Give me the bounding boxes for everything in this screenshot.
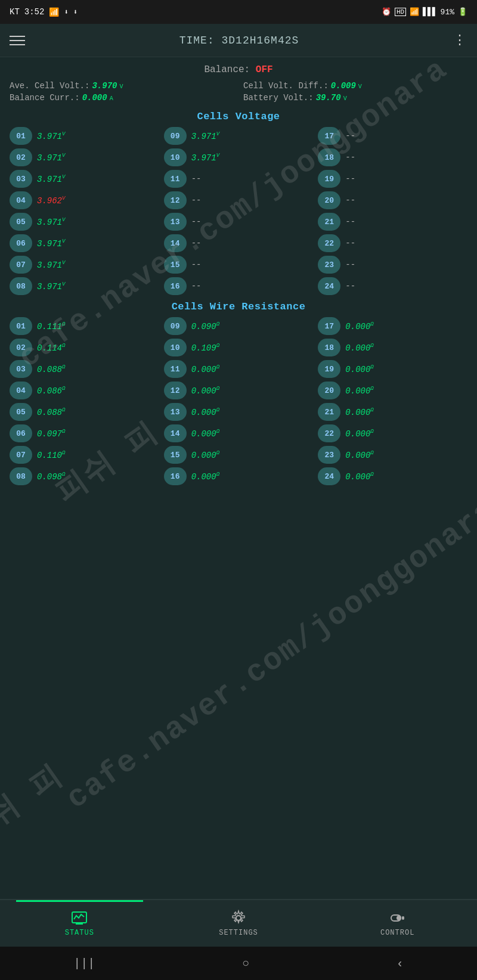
status-icon [71, 910, 88, 926]
cell-value: 0.110Ω [37, 450, 65, 460]
cell-voltage-item: 013.971V [10, 127, 159, 145]
cell-badge: 20 [318, 382, 340, 399]
cell-badge: 18 [318, 339, 340, 356]
battery-volt-label: Battery Volt.: [243, 93, 314, 103]
recent-apps-button[interactable]: ||| [73, 957, 95, 970]
cells-voltage-grid: 013.971V093.971V17--023.971V103.971V18--… [10, 127, 467, 295]
nav-settings[interactable]: SETTINGS [159, 900, 318, 947]
cell-voltage-item: 17-- [318, 127, 467, 145]
signal-bars-icon: ▋▋▋ [423, 7, 436, 17]
cell-voltage-item: 073.971V [10, 256, 159, 274]
cell-value: 0.088Ω [37, 407, 65, 417]
cell-voltage-item: 18-- [318, 148, 467, 166]
ave-cell-volt-item: Ave. Cell Volt.: 3.970V [10, 81, 234, 91]
cell-voltage-item: 19-- [318, 170, 467, 188]
ave-cell-volt-value: 3.970 [92, 81, 117, 91]
cell-resistance-item: 130.000Ω [164, 403, 314, 421]
cell-badge: 16 [164, 277, 187, 295]
cell-badge: 15 [164, 256, 187, 274]
cell-badge: 17 [318, 127, 340, 145]
cell-voltage-item: 16-- [164, 277, 314, 295]
cell-value: 3.971V [37, 260, 65, 270]
settings-label: SETTINGS [219, 929, 258, 937]
cell-badge: 02 [10, 148, 32, 166]
cell-voltage-item: 22-- [318, 234, 467, 252]
cell-badge: 19 [318, 170, 340, 188]
cell-value: 0.111Ω [37, 321, 65, 331]
cell-badge: 09 [164, 127, 187, 145]
cell-resistance-item: 110.000Ω [164, 360, 314, 378]
cell-volt-diff-value: 0.009 [331, 81, 356, 91]
cell-value: 3.971V [37, 153, 65, 163]
cell-badge: 13 [164, 403, 187, 421]
cell-value: -- [345, 260, 355, 269]
download2-icon: ⬇ [73, 8, 78, 17]
settings-icon [230, 910, 247, 926]
cell-badge: 03 [10, 170, 32, 188]
battery-volt-unit: V [343, 95, 347, 102]
nav-control[interactable]: CONTROL [318, 900, 477, 947]
back-button[interactable]: ‹ [397, 957, 404, 970]
status-bar: KT 3:52 📶 ⬇ ⬇ ⏰ HD 📶 ▋▋▋ 91% 🔋 [0, 0, 477, 24]
status-bar-left: KT 3:52 📶 ⬇ ⬇ [10, 7, 78, 17]
cell-badge: 20 [318, 191, 340, 209]
cell-badge: 01 [10, 127, 32, 145]
cell-badge: 05 [10, 213, 32, 231]
cell-voltage-item: 103.971V [164, 148, 314, 166]
cell-resistance-item: 150.000Ω [164, 446, 314, 464]
home-button[interactable]: ○ [242, 957, 249, 970]
cell-value: 0.109Ω [191, 343, 219, 353]
cell-resistance-item: 210.000Ω [318, 403, 467, 421]
cell-value: 3.971V [37, 217, 65, 227]
cell-voltage-item: 11-- [164, 170, 314, 188]
cell-resistance-item: 230.000Ω [318, 446, 467, 464]
cell-value: 3.971V [191, 131, 219, 141]
menu-button[interactable] [10, 36, 25, 45]
cell-value: -- [345, 196, 355, 205]
more-button[interactable]: ⋮ [453, 32, 467, 48]
cell-resistance-item: 090.090Ω [164, 317, 314, 335]
cell-value: 0.000Ω [191, 429, 219, 439]
cell-value: 0.114Ω [37, 343, 65, 353]
cell-voltage-item: 24-- [318, 277, 467, 295]
cell-badge: 12 [164, 382, 187, 399]
cell-value: 0.000Ω [345, 472, 373, 482]
cell-voltage-item: 043.962V [10, 191, 159, 209]
cell-badge: 04 [10, 191, 32, 209]
cell-badge: 08 [10, 277, 32, 295]
battery-icon: 🔋 [458, 7, 467, 17]
cell-value: 0.000Ω [345, 343, 373, 353]
status-label: STATUS [65, 929, 94, 937]
cell-value: 3.971V [37, 281, 65, 291]
cell-badge: 23 [318, 446, 340, 464]
balance-curr-item: Balance Curr.: 0.000A [10, 93, 234, 103]
cell-resistance-item: 220.000Ω [318, 424, 467, 442]
nav-status[interactable]: STATUS [0, 900, 159, 947]
cell-badge: 07 [10, 256, 32, 274]
cell-resistance-item: 060.097Ω [10, 424, 159, 442]
cells-resistance-grid: 010.111Ω090.090Ω170.000Ω020.114Ω100.109Ω… [10, 317, 467, 485]
cell-value: 0.000Ω [191, 386, 219, 396]
cell-badge: 01 [10, 317, 32, 335]
system-nav-bar: ||| ○ ‹ [0, 947, 477, 980]
cell-voltage-item: 053.971V [10, 213, 159, 231]
wifi-icon: 📶 [410, 7, 419, 17]
cell-voltage-item: 063.971V [10, 234, 159, 252]
svg-point-5 [397, 916, 401, 920]
cell-resistance-item: 120.000Ω [164, 382, 314, 399]
cell-value: 3.962V [37, 196, 65, 206]
battery-volt-value: 39.70 [316, 93, 341, 103]
cell-badge: 13 [164, 213, 187, 231]
cell-badge: 04 [10, 382, 32, 399]
cell-value: -- [191, 260, 202, 269]
cell-badge: 09 [164, 317, 187, 335]
cell-badge: 22 [318, 424, 340, 442]
cell-badge: 11 [164, 170, 187, 188]
cell-badge: 24 [318, 467, 340, 485]
cell-badge: 10 [164, 148, 187, 166]
cell-voltage-item: 083.971V [10, 277, 159, 295]
cell-value: 0.088Ω [37, 364, 65, 374]
battery-volt-item: Battery Volt.: 39.70V [243, 93, 467, 103]
svg-rect-6 [402, 916, 404, 920]
cell-value: 0.090Ω [191, 321, 219, 331]
